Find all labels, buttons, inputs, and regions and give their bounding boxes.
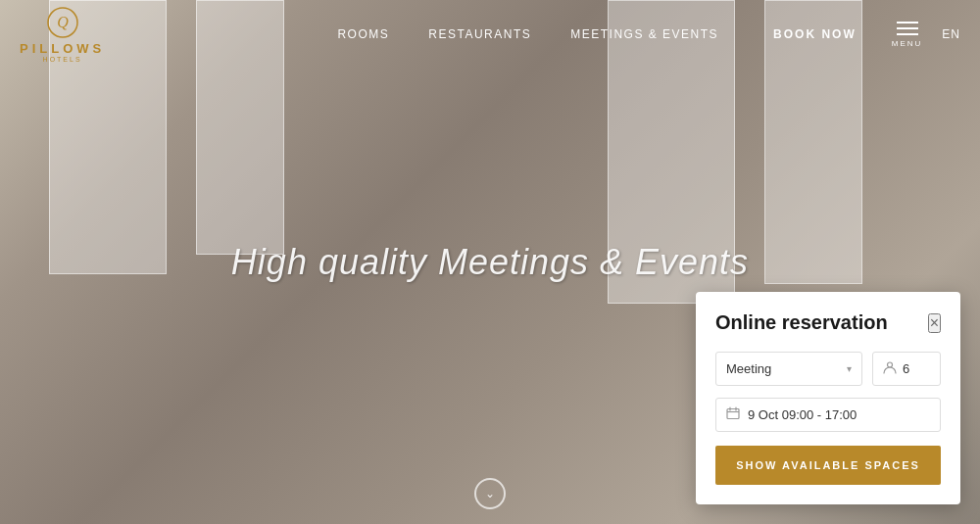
meeting-type-value: Meeting: [726, 361, 771, 376]
guests-field[interactable]: 6: [872, 352, 941, 386]
svg-rect-3: [727, 409, 739, 419]
date-field[interactable]: 9 Oct 09:00 - 17:00: [715, 398, 941, 432]
svg-point-2: [888, 362, 893, 367]
nav-meetings-events[interactable]: MEETINGS & EVENTS: [570, 27, 718, 41]
guests-value: 6: [903, 361, 909, 376]
scroll-indicator[interactable]: ⌄: [474, 478, 506, 509]
reservation-panel: Online reservation × Meeting ▾ 6: [696, 292, 960, 504]
menu-button[interactable]: MENU: [892, 22, 923, 48]
guests-icon: [883, 360, 897, 377]
chevron-down-icon: ⌄: [485, 487, 495, 500]
calendar-icon: [726, 406, 740, 423]
meeting-type-select[interactable]: Meeting ▾: [715, 352, 862, 386]
logo[interactable]: Q PILLOWS HOTELS: [20, 6, 105, 63]
hero-headline: High quality Meetings & Events: [231, 242, 749, 283]
reservation-title: Online reservation: [715, 311, 888, 334]
brand-name: PILLOWS: [20, 41, 105, 56]
nav-right: BOOK NOW MENU EN: [758, 20, 960, 49]
panel-header: Online reservation ×: [715, 311, 941, 334]
nav-links: ROOMS RESTAURANTS MEETINGS & EVENTS: [337, 27, 718, 41]
chevron-down-icon: ▾: [847, 363, 852, 374]
menu-line-3: [897, 33, 918, 35]
close-panel-button[interactable]: ×: [928, 313, 941, 333]
form-row-type-guests: Meeting ▾ 6: [715, 352, 941, 386]
language-button[interactable]: EN: [942, 27, 960, 41]
menu-line-1: [897, 22, 918, 24]
hero-section: Q PILLOWS HOTELS ROOMS RESTAURANTS MEETI…: [0, 0, 980, 524]
book-now-button[interactable]: BOOK NOW: [758, 20, 872, 49]
date-value: 9 Oct 09:00 - 17:00: [748, 407, 857, 422]
nav-rooms[interactable]: ROOMS: [337, 27, 389, 41]
nav-restaurants[interactable]: RESTAURANTS: [428, 27, 531, 41]
brand-subname: HOTELS: [43, 56, 82, 63]
svg-text:Q: Q: [57, 14, 69, 30]
menu-line-2: [897, 27, 918, 29]
show-spaces-button[interactable]: SHOW AVAILABLE SPACES: [715, 446, 941, 485]
menu-label: MENU: [892, 39, 923, 48]
logo-icon: Q: [46, 6, 79, 39]
navbar: Q PILLOWS HOTELS ROOMS RESTAURANTS MEETI…: [0, 0, 980, 69]
